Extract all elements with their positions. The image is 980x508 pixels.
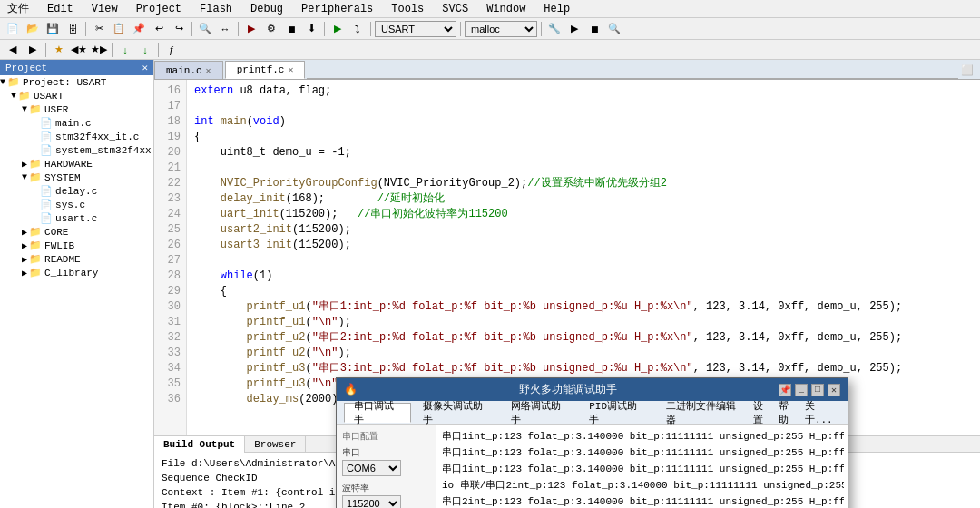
tree-clibrary[interactable]: ▶ 📁 C_library	[0, 266, 153, 279]
dialog-title-text: 野火多功能调试助手	[519, 382, 617, 397]
tree-label: delay.c	[55, 186, 97, 197]
file-icon: 📄	[40, 117, 53, 129]
back-btn[interactable]: ◀	[4, 41, 22, 59]
rebuild-btn[interactable]: ⚙	[262, 20, 280, 38]
stop-btn[interactable]: ⏹	[282, 20, 300, 38]
tab-build-output[interactable]: Build Output	[154, 436, 245, 453]
save-btn[interactable]: 💾	[44, 20, 62, 38]
download-btn[interactable]: ⬇	[302, 20, 320, 38]
main-layout: Project ✕ ▼ 📁 Project: USART ▼ 📁 USART ▼…	[0, 60, 980, 508]
baud-select[interactable]: 115200	[342, 495, 401, 508]
stop2-btn[interactable]: ⏹	[585, 20, 603, 38]
folder-icon: 📁	[7, 76, 20, 88]
redo-btn[interactable]: ↪	[170, 20, 188, 38]
bookmark-next-btn[interactable]: ★▶	[90, 41, 108, 59]
run-btn[interactable]: ▶	[565, 20, 583, 38]
target-dropdown[interactable]: malloc	[465, 21, 537, 37]
about-link[interactable]: 关于...	[805, 399, 840, 426]
project-dropdown[interactable]: USART	[375, 21, 456, 37]
dialog-minimize-btn[interactable]: _	[795, 384, 808, 396]
func-btn[interactable]: ƒ	[162, 41, 181, 59]
expand-icon: ▶	[22, 254, 27, 265]
expand-icon: ▶	[22, 240, 27, 251]
tree-hardware[interactable]: ▶ 📁 HARDWARE	[0, 157, 153, 171]
cut-btn[interactable]: ✂	[90, 20, 108, 38]
sidebar-title: Project	[5, 63, 47, 73]
debug-start-btn[interactable]: ▶	[328, 20, 347, 38]
tree-sysc[interactable]: ▶ 📄 sys.c	[0, 198, 153, 211]
bookmark-prev-btn[interactable]: ◀★	[70, 41, 88, 59]
nav-tab-serial[interactable]: 串口调试手	[344, 403, 411, 423]
port-field: 串口 COM6	[342, 446, 430, 476]
file-icon: 📄	[40, 185, 53, 197]
nav-tab-binary[interactable]: 二进制文件编辑器	[656, 403, 751, 423]
tree-fwlib[interactable]: ▶ 📁 FWLIB	[0, 239, 153, 252]
copy-btn[interactable]: 📋	[110, 20, 128, 38]
menu-flash[interactable]: Flash	[196, 3, 236, 15]
tree-system[interactable]: ▶ 📄 system_stm32f4xx.c	[0, 143, 153, 157]
tree-user[interactable]: ▼ 📁 USER	[0, 103, 153, 116]
tab-close-icon[interactable]: ✕	[206, 65, 211, 76]
menu-project[interactable]: Project	[132, 3, 185, 15]
nav-tab-pid[interactable]: PID调试助手	[579, 403, 653, 423]
menu-edit[interactable]: Edit	[44, 3, 77, 15]
tree-readme[interactable]: ▶ 📁 README	[0, 252, 153, 266]
menu-window[interactable]: Window	[483, 3, 529, 15]
tree-delayc[interactable]: ▶ 📄 delay.c	[0, 184, 153, 198]
tab-browser[interactable]: Browser	[245, 436, 306, 453]
tab-close-icon[interactable]: ✕	[288, 64, 293, 75]
menu-view[interactable]: View	[88, 3, 122, 15]
tree-label: HARDWARE	[44, 159, 93, 170]
tab-mainc[interactable]: main.c ✕	[154, 61, 223, 79]
bookmark-btn[interactable]: ★	[50, 41, 68, 59]
build-btn[interactable]: ▶	[242, 20, 260, 38]
open-btn[interactable]: 📂	[24, 20, 42, 38]
menu-svcs[interactable]: SVCS	[438, 3, 472, 15]
save-all-btn[interactable]: 🗄	[64, 20, 82, 38]
folder-icon: 📁	[18, 90, 31, 102]
config-btn[interactable]: 🔧	[545, 20, 564, 38]
tree-core[interactable]: ▶ 📁 CORE	[0, 225, 153, 239]
menu-tools[interactable]: Tools	[387, 3, 427, 15]
find-btn[interactable]: 🔍	[196, 20, 214, 38]
tab-printfc[interactable]: printf.c ✕	[225, 61, 306, 79]
sidebar-close-icon[interactable]: ✕	[142, 62, 148, 73]
nav-tab-camera[interactable]: 摄像头调试助手	[413, 403, 499, 423]
dialog-nav: 串口调试手 摄像头调试助手 网络调试助手 PID调试助手 二进制文件编辑器 设置…	[337, 401, 848, 425]
dialog-pin-btn[interactable]: 📌	[779, 384, 791, 396]
green-arrow2[interactable]: ↓	[136, 41, 154, 59]
sep3	[238, 22, 239, 36]
port-select[interactable]: COM6	[342, 460, 401, 476]
tree-stm32it[interactable]: ▶ 📄 stm32f4xx_it.c	[0, 130, 153, 143]
tree-mainc[interactable]: ▶ 📄 main.c	[0, 116, 153, 130]
help-icon[interactable]: 帮助	[779, 399, 798, 426]
menu-bar: 文件 Edit View Project Flash Debug Periphe…	[0, 0, 980, 18]
baud-field: 波特率 115200	[342, 482, 430, 508]
debug-step-btn[interactable]: ⤵	[348, 20, 367, 38]
inspect-btn[interactable]: 🔍	[605, 20, 623, 38]
sep9	[112, 43, 113, 57]
new-btn[interactable]: 📄	[4, 20, 22, 38]
menu-file[interactable]: 文件	[4, 1, 33, 16]
menu-debug[interactable]: Debug	[247, 3, 287, 15]
fwd-btn[interactable]: ▶	[24, 41, 42, 59]
baud-row: 115200	[342, 495, 430, 508]
undo-btn[interactable]: ↩	[150, 20, 168, 38]
port-row: COM6	[342, 460, 430, 476]
menu-peripherals[interactable]: Peripherals	[298, 3, 377, 15]
replace-btn[interactable]: ↔	[216, 20, 234, 38]
green-arrow1[interactable]: ↓	[116, 41, 134, 59]
dialog-close-btn[interactable]: ✕	[828, 384, 840, 396]
tree-usart[interactable]: ▼ 📁 USART	[0, 89, 153, 103]
settings-icon[interactable]: 设置	[753, 399, 772, 426]
menu-help[interactable]: Help	[540, 3, 573, 15]
paste-btn[interactable]: 📌	[130, 20, 148, 38]
nav-tab-network[interactable]: 网络调试助手	[501, 403, 577, 423]
line-numbers: 1617181920 2122232425 2627282930 3132333…	[154, 80, 187, 435]
tree-project-usart[interactable]: ▼ 📁 Project: USART	[0, 75, 153, 89]
dialog-maximize-btn[interactable]: □	[811, 384, 824, 396]
maximize-editor-btn[interactable]: ⬜	[958, 61, 976, 79]
tree-system-folder[interactable]: ▼ 📁 SYSTEM	[0, 171, 153, 184]
tree-usartc[interactable]: ▶ 📄 usart.c	[0, 211, 153, 225]
serial-output-panel: 串口1int_p:123 folat_p:3.140000 bit_p:1111…	[436, 425, 848, 508]
